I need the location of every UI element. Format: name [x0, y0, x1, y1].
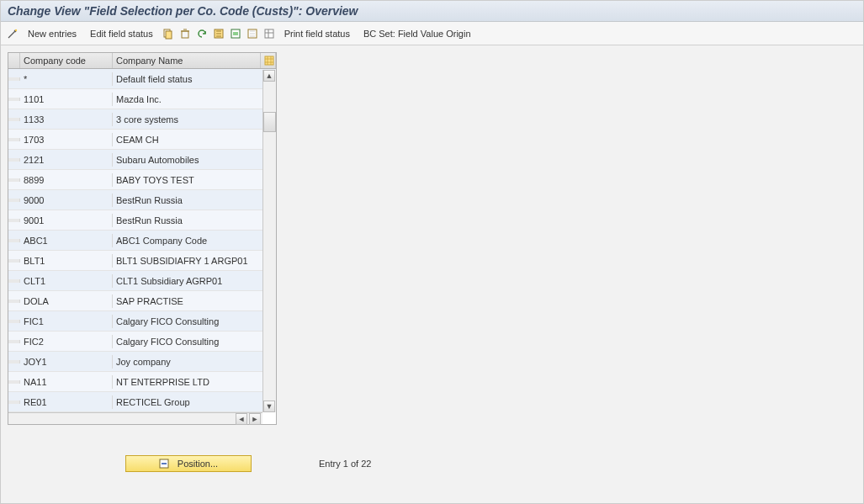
- row-selector[interactable]: [8, 199, 20, 202]
- cell-company-name[interactable]: Calgary FICO Consulting: [113, 315, 276, 328]
- scroll-right-arrow-icon[interactable]: ►: [249, 413, 261, 425]
- window-title: Change View "Field Selection per Co. Cod…: [1, 1, 863, 22]
- cell-company-code[interactable]: 1133: [20, 113, 113, 126]
- row-selector[interactable]: [8, 77, 20, 81]
- cell-company-name[interactable]: Mazda Inc.: [113, 93, 276, 106]
- cell-company-name[interactable]: Default field status: [113, 72, 276, 86]
- cell-company-code[interactable]: BLT1: [20, 254, 113, 268]
- cell-company-code[interactable]: CLT1: [20, 274, 113, 288]
- svg-rect-11: [162, 463, 167, 464]
- col-company-code[interactable]: Company code: [20, 53, 113, 68]
- table-row[interactable]: RE01RECTICEL Group: [8, 392, 276, 412]
- copy-icon[interactable]: [162, 27, 175, 40]
- cell-company-name[interactable]: ABC1 Company Code: [113, 234, 276, 247]
- cell-company-code[interactable]: ABC1: [20, 234, 113, 247]
- cell-company-code[interactable]: JOY1: [20, 355, 113, 369]
- row-selector[interactable]: [8, 138, 20, 141]
- cell-company-code[interactable]: *: [20, 72, 113, 86]
- deselect-all-icon[interactable]: [246, 27, 259, 40]
- row-selector[interactable]: [8, 360, 20, 363]
- table-row[interactable]: BLT1BLT1 SUBSIDIAFRY 1 ARGP01: [8, 251, 276, 271]
- scroll-up-arrow-icon[interactable]: ▲: [263, 70, 275, 82]
- scroll-down-arrow-icon[interactable]: ▼: [263, 401, 275, 412]
- row-selector[interactable]: [8, 401, 20, 404]
- bc-set-button[interactable]: BC Set: Field Value Origin: [358, 27, 476, 40]
- select-all-icon[interactable]: [212, 27, 225, 40]
- table-row[interactable]: 8899BABY TOYS TEST: [8, 170, 276, 190]
- select-block-icon[interactable]: [229, 27, 242, 40]
- table-row[interactable]: CLT1CLT1 Subsidiary AGRP01: [8, 271, 276, 291]
- table-row[interactable]: JOY1Joy company: [8, 352, 276, 372]
- table-row[interactable]: 11333 core systems: [8, 109, 276, 130]
- wand-icon[interactable]: [6, 27, 19, 40]
- grid-horizontal-scrollbar[interactable]: ◄ ►: [8, 412, 262, 424]
- row-selector[interactable]: [8, 98, 20, 101]
- table-row[interactable]: *Default field status: [8, 69, 276, 89]
- cell-company-code[interactable]: NA11: [20, 375, 113, 389]
- cell-company-name[interactable]: CLT1 Subsidiary AGRP01: [113, 274, 276, 288]
- cell-company-name[interactable]: BLT1 SUBSIDIAFRY 1 ARGP01: [113, 254, 276, 268]
- cell-company-name[interactable]: RECTICEL Group: [113, 395, 276, 409]
- print-field-status-button[interactable]: Print field status: [279, 27, 355, 40]
- cell-company-name[interactable]: 3 core systems: [113, 113, 276, 126]
- table-row[interactable]: FIC2Calgary FICO Consulting: [8, 332, 276, 352]
- cell-company-code[interactable]: RE01: [20, 395, 113, 409]
- cell-company-name[interactable]: Joy company: [113, 355, 276, 369]
- row-selector[interactable]: [8, 380, 20, 384]
- row-selector[interactable]: [8, 178, 20, 182]
- table-row[interactable]: 1703CEAM CH: [8, 130, 276, 150]
- grid-body: *Default field status1101Mazda Inc.11333…: [8, 69, 276, 412]
- app-toolbar: New entries Edit field status Print fiel…: [1, 22, 863, 45]
- row-selector[interactable]: [8, 320, 20, 323]
- svg-point-0: [15, 29, 17, 30]
- cell-company-code[interactable]: FIC1: [20, 315, 113, 328]
- table-row[interactable]: NA11NT ENTERPRISE LTD: [8, 372, 276, 392]
- grid-vertical-scrollbar[interactable]: ▲ ▼: [262, 70, 276, 412]
- cell-company-code[interactable]: 8899: [20, 173, 113, 187]
- cell-company-name[interactable]: NT ENTERPRISE LTD: [113, 375, 276, 389]
- row-selector[interactable]: [8, 340, 20, 343]
- row-selector[interactable]: [8, 279, 20, 283]
- row-selector[interactable]: [8, 219, 20, 222]
- table-row[interactable]: 2121Subaru Automobiles: [8, 150, 276, 170]
- undo-icon[interactable]: [195, 27, 209, 40]
- table-row[interactable]: 9000BestRun Russia: [8, 190, 276, 210]
- scroll-left-arrow-icon[interactable]: ◄: [236, 413, 247, 425]
- grid-config-icon[interactable]: [261, 53, 276, 68]
- svg-rect-8: [265, 29, 273, 38]
- row-selector-header[interactable]: [8, 53, 20, 68]
- cell-company-name[interactable]: Calgary FICO Consulting: [113, 335, 276, 348]
- cell-company-code[interactable]: FIC2: [20, 335, 113, 348]
- cell-company-code[interactable]: DOLA: [20, 294, 113, 308]
- col-company-name[interactable]: Company Name: [113, 53, 261, 68]
- table-row[interactable]: FIC1Calgary FICO Consulting: [8, 311, 276, 332]
- table-row[interactable]: 1101Mazda Inc.: [8, 89, 276, 109]
- row-selector[interactable]: [8, 239, 20, 242]
- cell-company-code[interactable]: 9001: [20, 214, 113, 227]
- row-selector[interactable]: [8, 118, 20, 121]
- row-selector[interactable]: [8, 259, 20, 263]
- table-row[interactable]: 9001BestRun Russia: [8, 210, 276, 231]
- delete-icon[interactable]: [178, 27, 192, 40]
- cell-company-name[interactable]: BestRun Russia: [113, 194, 276, 207]
- row-selector[interactable]: [8, 158, 20, 162]
- svg-rect-9: [265, 56, 273, 65]
- table-row[interactable]: DOLASAP PRACTISE: [8, 291, 276, 311]
- cell-company-name[interactable]: Subaru Automobiles: [113, 153, 276, 167]
- cell-company-name[interactable]: BABY TOYS TEST: [113, 173, 276, 187]
- table-settings-icon[interactable]: [262, 27, 276, 40]
- position-button[interactable]: Position...: [125, 455, 252, 472]
- cell-company-code[interactable]: 2121: [20, 153, 113, 167]
- cell-company-name[interactable]: CEAM CH: [113, 133, 276, 146]
- edit-field-status-button[interactable]: Edit field status: [85, 27, 158, 40]
- cell-company-code[interactable]: 9000: [20, 194, 113, 207]
- cell-company-code[interactable]: 1703: [20, 133, 113, 146]
- scroll-thumb[interactable]: [263, 112, 276, 132]
- table-row[interactable]: ABC1ABC1 Company Code: [8, 231, 276, 251]
- cell-company-code[interactable]: 1101: [20, 93, 113, 106]
- cell-company-name[interactable]: BestRun Russia: [113, 214, 276, 227]
- cell-company-name[interactable]: SAP PRACTISE: [113, 294, 276, 308]
- new-entries-button[interactable]: New entries: [23, 27, 82, 40]
- svg-rect-6: [233, 32, 238, 35]
- row-selector[interactable]: [8, 300, 20, 303]
